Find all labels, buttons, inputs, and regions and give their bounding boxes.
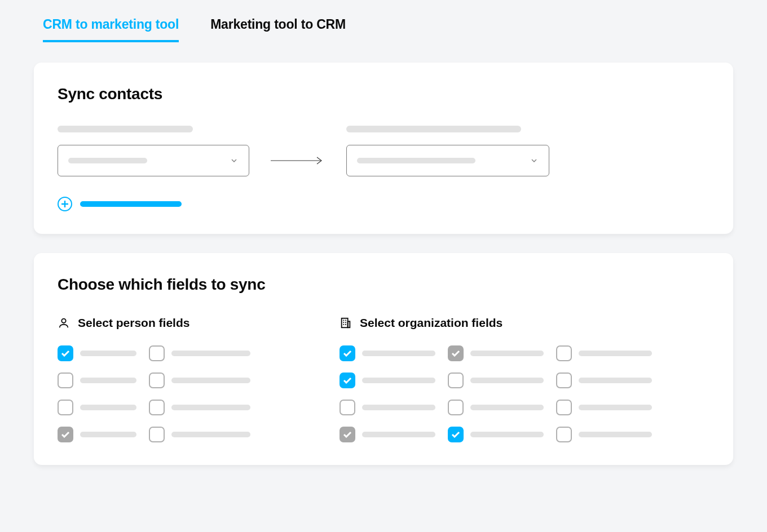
field-label-placeholder: [470, 405, 544, 410]
field-checkbox[interactable]: [556, 400, 572, 415]
person-icon: [58, 317, 70, 329]
sync-contacts-title: Sync contacts: [58, 85, 709, 103]
field-label-placeholder: [362, 405, 435, 410]
field-label-placeholder: [80, 378, 136, 383]
field-checkbox[interactable]: [448, 427, 464, 442]
field-label-placeholder: [362, 432, 435, 437]
source-select[interactable]: [58, 145, 249, 176]
organization-fields-header-label: Select organization fields: [360, 316, 502, 330]
field-item: [58, 400, 136, 415]
chevron-down-icon: [230, 156, 239, 165]
dest-label-placeholder: [346, 126, 521, 132]
organization-fields-header: Select organization fields: [340, 316, 502, 330]
field-label-placeholder: [470, 378, 544, 383]
person-column: [149, 345, 250, 442]
arrow-right-icon: [266, 145, 329, 176]
field-checkbox[interactable]: [448, 400, 464, 415]
tab-crm-to-marketing[interactable]: CRM to marketing tool: [43, 17, 179, 42]
field-item: [149, 400, 250, 415]
field-item: [340, 427, 435, 442]
building-icon: [340, 317, 352, 329]
add-mapping-label-placeholder: [80, 201, 182, 207]
field-checkbox[interactable]: [556, 345, 572, 361]
field-item: [149, 373, 250, 388]
field-item: [556, 373, 652, 388]
field-item: [448, 345, 544, 361]
field-checkbox[interactable]: [448, 373, 464, 388]
organization-column: [448, 345, 544, 442]
field-item: [556, 345, 652, 361]
field-label-placeholder: [579, 432, 652, 437]
field-item: [149, 345, 250, 361]
svg-point-3: [61, 319, 65, 323]
field-checkbox[interactable]: [149, 427, 165, 442]
svg-rect-4: [342, 318, 348, 328]
field-label-placeholder: [80, 351, 136, 356]
field-checkbox[interactable]: [149, 345, 165, 361]
person-fields-header: Select person fields: [58, 316, 300, 330]
field-checkbox[interactable]: [340, 427, 355, 442]
field-label-placeholder: [171, 351, 250, 356]
field-label-placeholder: [171, 432, 250, 437]
svg-rect-5: [348, 321, 350, 327]
field-item: [58, 427, 136, 442]
field-item: [58, 373, 136, 388]
field-checkbox[interactable]: [149, 373, 165, 388]
choose-fields-card: Choose which fields to sync Select perso…: [34, 253, 733, 465]
field-checkbox[interactable]: [58, 373, 73, 388]
field-checkbox[interactable]: [556, 427, 572, 442]
fields-container: [58, 345, 709, 442]
organization-column: [340, 345, 435, 442]
field-label-placeholder: [579, 351, 652, 356]
field-label-placeholder: [470, 432, 544, 437]
field-item: [340, 400, 435, 415]
tabs-bar: CRM to marketing tool Marketing tool to …: [34, 17, 733, 42]
plus-icon: [58, 197, 72, 211]
field-checkbox[interactable]: [58, 345, 73, 361]
dest-select-value-placeholder: [357, 158, 475, 163]
field-item: [58, 345, 136, 361]
dest-select[interactable]: [346, 145, 549, 176]
sync-contacts-card: Sync contacts: [34, 63, 733, 234]
sync-mapping-row: [58, 126, 709, 176]
field-item: [556, 400, 652, 415]
chevron-down-icon: [530, 156, 539, 165]
field-label-placeholder: [362, 351, 435, 356]
field-checkbox[interactable]: [448, 345, 464, 361]
field-item: [448, 400, 544, 415]
person-fields-header-label: Select person fields: [78, 316, 189, 330]
source-label-placeholder: [58, 126, 193, 132]
section-headers-row: Select person fields Select organization…: [58, 316, 709, 330]
field-label-placeholder: [171, 405, 250, 410]
field-label-placeholder: [362, 378, 435, 383]
field-checkbox[interactable]: [149, 400, 165, 415]
choose-fields-title: Choose which fields to sync: [58, 276, 709, 294]
field-item: [448, 373, 544, 388]
tab-marketing-to-crm[interactable]: Marketing tool to CRM: [210, 17, 346, 42]
organization-column: [556, 345, 652, 442]
field-checkbox[interactable]: [340, 373, 355, 388]
field-checkbox[interactable]: [340, 345, 355, 361]
field-checkbox[interactable]: [556, 373, 572, 388]
field-checkbox[interactable]: [58, 400, 73, 415]
field-item: [448, 427, 544, 442]
field-item: [340, 345, 435, 361]
field-item: [556, 427, 652, 442]
field-label-placeholder: [171, 378, 250, 383]
field-checkbox[interactable]: [340, 400, 355, 415]
field-label-placeholder: [470, 351, 544, 356]
organization-fields-group: [340, 345, 652, 442]
field-item: [149, 427, 250, 442]
field-item: [340, 373, 435, 388]
add-mapping-button[interactable]: [58, 197, 709, 211]
sync-source-col: [58, 126, 249, 176]
field-label-placeholder: [80, 405, 136, 410]
person-fields-group: [58, 345, 300, 442]
field-checkbox[interactable]: [58, 427, 73, 442]
field-label-placeholder: [80, 432, 136, 437]
field-label-placeholder: [579, 405, 652, 410]
field-label-placeholder: [579, 378, 652, 383]
sync-dest-col: [346, 126, 549, 176]
person-column: [58, 345, 136, 442]
source-select-value-placeholder: [68, 158, 147, 163]
